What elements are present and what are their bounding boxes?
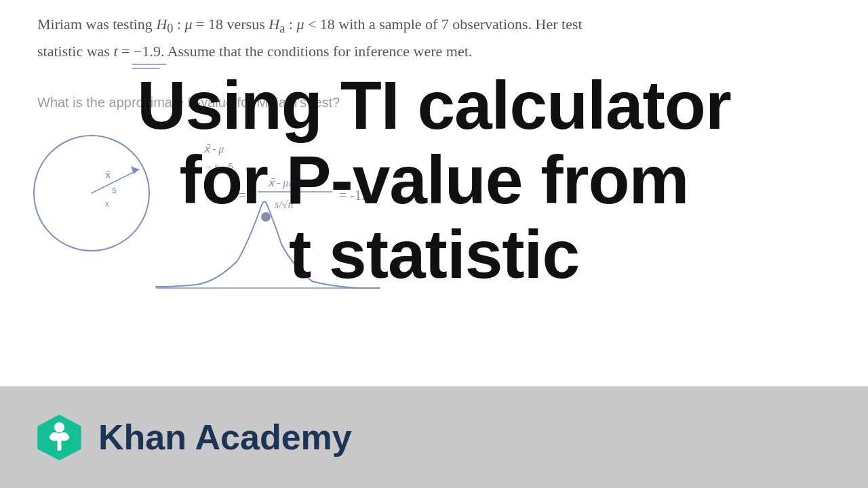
svg-rect-20 xyxy=(58,439,62,451)
title-line1: Using TI calculator xyxy=(54,68,814,142)
overlay-title: Using TI calculator for P-value from t s… xyxy=(0,68,868,291)
brand-name: Khan Academy xyxy=(98,417,352,458)
whiteboard: Miriam was testing H0 : μ = 18 versus Ha… xyxy=(0,0,868,386)
math-problem: Miriam was testing H0 : μ = 18 versus Ha… xyxy=(37,12,831,63)
svg-point-19 xyxy=(54,422,64,432)
problem-text: Miriam was testing H0 : μ = 18 versus Ha… xyxy=(37,16,583,33)
title-line3: t statistic xyxy=(54,217,814,291)
title-line2: for P-value from xyxy=(54,142,814,217)
ka-hexagon-icon xyxy=(34,412,85,463)
footer-bar: Khan Academy xyxy=(0,386,868,488)
problem-text-line2: statistic was t = −1.9. Assume that the … xyxy=(37,43,472,60)
khan-academy-logo: Khan Academy xyxy=(34,412,352,463)
video-container: Miriam was testing H0 : μ = 18 versus Ha… xyxy=(0,0,868,488)
